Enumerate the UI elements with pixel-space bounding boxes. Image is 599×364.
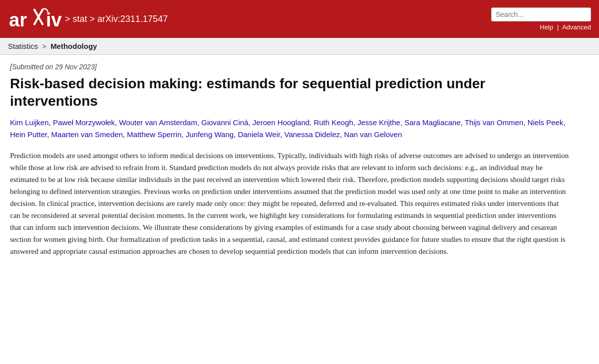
- svg-text:ar: ar: [9, 9, 27, 30]
- author-separator: ,: [280, 130, 284, 139]
- author-link[interactable]: Sara Magliacane: [404, 118, 461, 127]
- subcategory-label: Methodology: [50, 42, 97, 50]
- author-link[interactable]: Niels Peek: [528, 118, 564, 127]
- author-link[interactable]: Vanessa Didelez: [285, 130, 340, 139]
- site-header: ar iv > stat > arXiv:2311.17547 Help | A…: [0, 0, 599, 38]
- help-link[interactable]: Help: [540, 23, 554, 31]
- paper-title: Risk-based decision making: estimands fo…: [10, 75, 569, 110]
- author-separator: ,: [400, 118, 404, 127]
- header-right: Help | Advanced: [491, 7, 591, 31]
- subheader: Statistics > Methodology: [0, 38, 599, 55]
- author-separator: ,: [563, 118, 565, 127]
- arxiv-logo[interactable]: ar iv: [8, 6, 63, 31]
- author-separator: ,: [197, 118, 201, 127]
- author-link[interactable]: Jesse Krijthe: [357, 118, 400, 127]
- author-separator: ,: [47, 130, 51, 139]
- author-separator: ,: [49, 118, 53, 127]
- author-link[interactable]: Ruth Keogh: [313, 118, 353, 127]
- abstract-text: Prediction models are used amongst other…: [10, 150, 569, 257]
- author-separator: ,: [248, 118, 252, 127]
- author-separator: ,: [461, 118, 465, 127]
- breadcrumb-separator: >: [42, 42, 48, 50]
- author-link[interactable]: Hein Putter: [10, 130, 47, 139]
- author-separator: ,: [523, 118, 527, 127]
- submitted-date: [Submitted on 29 Nov 2023]: [10, 63, 569, 71]
- author-link[interactable]: Matthew Sperrin: [127, 130, 181, 139]
- svg-text:iv: iv: [46, 9, 62, 30]
- author-separator: ,: [353, 118, 357, 127]
- author-link[interactable]: Jeroen Hoogland: [253, 118, 309, 127]
- main-content: [Submitted on 29 Nov 2023] Risk-based de…: [0, 55, 579, 265]
- author-link[interactable]: Daniela Weir: [238, 130, 280, 139]
- author-link[interactable]: Giovanni Cinà: [201, 118, 248, 127]
- author-link[interactable]: Kim Luijken: [10, 118, 49, 127]
- authors-list: Kim Luijken, Paweł Morzywołek, Wouter va…: [10, 117, 569, 141]
- header-left: ar iv > stat > arXiv:2311.17547: [8, 6, 168, 31]
- author-link[interactable]: Thijs van Ommen: [465, 118, 524, 127]
- link-separator: |: [557, 23, 559, 31]
- author-link[interactable]: Junfeng Wang: [186, 130, 234, 139]
- header-breadcrumb: > stat > arXiv:2311.17547: [65, 14, 168, 24]
- advanced-link[interactable]: Advanced: [562, 23, 591, 31]
- author-link[interactable]: Nan van Geloven: [344, 130, 402, 139]
- author-link[interactable]: Paweł Morzywołek: [53, 118, 115, 127]
- header-links: Help | Advanced: [540, 23, 592, 31]
- author-link[interactable]: Wouter van Amsterdam: [119, 118, 197, 127]
- search-input[interactable]: [491, 7, 591, 21]
- category-link[interactable]: Statistics: [8, 42, 38, 50]
- author-link[interactable]: Maarten van Smeden: [51, 130, 123, 139]
- author-separator: ,: [182, 130, 186, 139]
